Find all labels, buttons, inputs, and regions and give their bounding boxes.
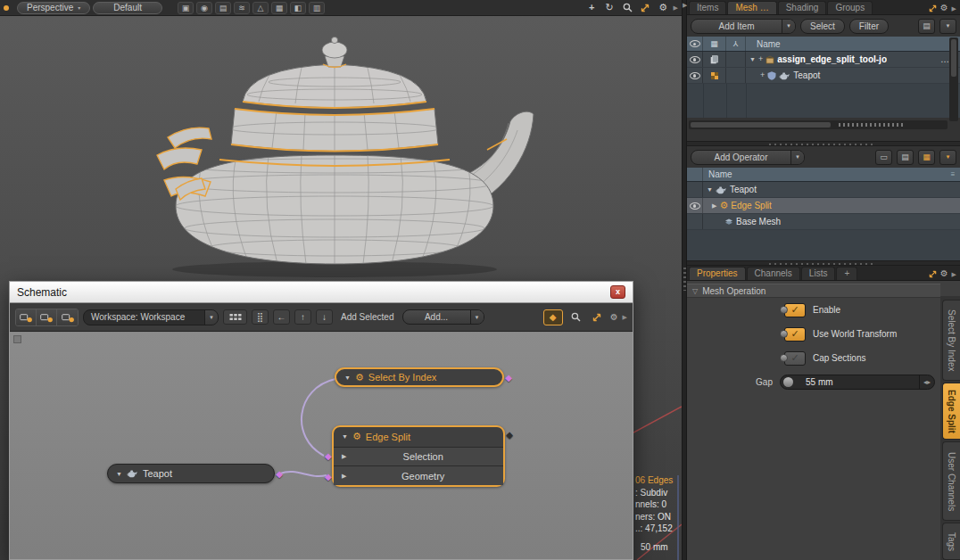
vtab-edge-split[interactable]: Edge Split	[942, 383, 960, 440]
item-row-assembly[interactable]: ▼ + assign_edge_split_tool-jo …	[687, 52, 960, 68]
add-dropdown[interactable]: Add... ▼	[402, 309, 484, 325]
vtab-tags[interactable]: Tags	[942, 523, 960, 560]
ops-row-teapot[interactable]: ▼ Teapot	[687, 182, 960, 198]
scrollbar-thumb[interactable]	[691, 122, 831, 128]
panel-overflow-icon[interactable]: ▶	[623, 314, 627, 320]
perspective-dropdown[interactable]: Perspective ▾	[17, 2, 90, 14]
link-mode-icon[interactable]: ◆	[543, 309, 563, 325]
tab-items[interactable]: Items	[689, 1, 726, 14]
layout-handle-icon[interactable]	[4, 5, 9, 11]
shading-preset-dropdown[interactable]: Default	[93, 2, 162, 14]
pan-icon[interactable]: +	[584, 1, 600, 14]
workspace-caret-icon[interactable]: ▼	[204, 310, 218, 325]
tab-lists[interactable]: Lists	[801, 267, 836, 280]
item-row-teapot[interactable]: + Teapot	[687, 68, 960, 84]
divider-grip[interactable]	[683, 268, 686, 291]
output-pin[interactable]: ◆	[276, 470, 283, 479]
add-item-caret-icon[interactable]: ▼	[782, 20, 795, 33]
list-options-icon[interactable]: ▤	[918, 19, 935, 34]
node-caret-icon[interactable]: ▼	[342, 433, 348, 440]
printer-icon[interactable]: ▤	[215, 2, 231, 14]
node-input-geometry[interactable]: ▶ Geometry	[334, 465, 503, 485]
globe-icon[interactable]: ◉	[196, 2, 212, 14]
align-down-icon[interactable]: ↓	[316, 309, 333, 325]
hatch-icon[interactable]: ≋	[234, 2, 250, 14]
scrollbar-thumb[interactable]	[951, 39, 956, 77]
tab-shading[interactable]: Shading	[778, 1, 827, 14]
output-pin[interactable]: ◆	[505, 374, 512, 383]
cone-icon[interactable]: △	[252, 2, 269, 14]
search-icon[interactable]	[567, 309, 584, 325]
snap-grid-icon[interactable]: ⣿	[252, 309, 269, 325]
add-item-dropdown[interactable]: Add Item ▼	[691, 19, 796, 34]
tab-mesh-ops[interactable]: Mesh …	[727, 1, 776, 14]
input-pin-selection[interactable]: ◆	[325, 452, 332, 461]
add-selected-button[interactable]: Add Selected	[337, 312, 398, 322]
channel-knob[interactable]	[780, 306, 788, 314]
schematic-graph-canvas[interactable]: ▼ ⚙ Select By Index ◆ ▼ ⚙ Edge Split ▶ S…	[10, 333, 633, 559]
add-operator-caret-icon[interactable]: ▼	[790, 151, 804, 164]
node-teapot[interactable]: ▼ Teapot ◆	[107, 464, 275, 483]
tab-properties[interactable]: Properties	[689, 267, 746, 280]
panel-gear-icon[interactable]: ⚙	[940, 4, 948, 12]
align-up-icon[interactable]: ↑	[294, 309, 311, 325]
collapsed-caret-icon[interactable]: ▶	[712, 202, 716, 209]
horizontal-scrollbar[interactable]	[689, 120, 948, 129]
add-channel-node-icon[interactable]	[37, 309, 57, 325]
ops-row-base-mesh[interactable]: Base Mesh	[687, 214, 960, 230]
panel-overflow-icon[interactable]: ▶	[952, 5, 956, 12]
add-caret-icon[interactable]: ▼	[470, 310, 484, 324]
plus-icon[interactable]: +	[758, 55, 763, 63]
node-edge-split[interactable]: ▼ ⚙ Edge Split ▶ Selection ▶ Geometry ◆ …	[332, 425, 505, 487]
viewport-gear-icon[interactable]: ⚙	[656, 1, 671, 14]
rotate-icon[interactable]: ↻	[602, 1, 617, 14]
channel-knob[interactable]	[780, 354, 788, 362]
scrollbar-grip[interactable]	[839, 123, 905, 127]
pages-icon[interactable]: ▥	[309, 2, 325, 14]
expand-caret-icon[interactable]: ▼	[749, 56, 756, 62]
vertical-scrollbar[interactable]	[949, 37, 958, 121]
panel-overflow-icon[interactable]: ▶	[952, 271, 956, 277]
mesh-operation-section-header[interactable]: ▽ Mesh Operation	[687, 284, 940, 298]
panel-gear-icon[interactable]: ⚙	[610, 313, 618, 322]
monitor-icon[interactable]: ▦	[271, 2, 287, 14]
viewport-overflow-icon[interactable]: ▶	[674, 4, 678, 11]
maximize-viewport-icon[interactable]	[638, 1, 653, 14]
input-pin-geometry[interactable]: ◆	[325, 473, 332, 482]
node-input-selection[interactable]: ▶ Selection	[334, 447, 503, 466]
vtab-select-by-index[interactable]: Select By Index	[942, 300, 960, 381]
tab-add[interactable]: +	[836, 267, 857, 280]
tab-channels[interactable]: Channels	[747, 267, 800, 280]
node-select-by-index[interactable]: ▼ ⚙ Select By Index ◆	[335, 367, 504, 387]
add-node-icon[interactable]	[16, 309, 37, 325]
close-icon[interactable]: x	[610, 285, 625, 299]
expand-panel-icon[interactable]	[929, 4, 937, 12]
select-button[interactable]: Select	[800, 19, 845, 34]
channel-knob[interactable]	[780, 330, 788, 338]
ops-filter-icon[interactable]: ▦	[918, 150, 935, 165]
layout-columns-icon[interactable]	[223, 309, 247, 325]
bulb-icon[interactable]: ◧	[290, 2, 306, 14]
plus-icon[interactable]: +	[760, 71, 765, 79]
schematic-titlebar[interactable]: Schematic x	[10, 282, 633, 303]
align-left-icon[interactable]: ←	[273, 309, 290, 325]
list-dropdown-icon[interactable]: ▼	[939, 19, 956, 34]
camera-icon[interactable]: ▣	[178, 2, 194, 14]
filter-button[interactable]: Filter	[849, 19, 889, 34]
node-caret-icon[interactable]: ▼	[116, 471, 122, 477]
vtab-user-channels[interactable]: User Channels	[942, 441, 960, 521]
collapse-icon[interactable]: ▽	[692, 287, 698, 295]
mini-slider-knob[interactable]	[783, 377, 793, 387]
spinner-icon[interactable]: ◂▸	[919, 375, 934, 389]
expand-panel-icon[interactable]	[589, 309, 606, 325]
schematic-window[interactable]: Schematic x Workspace: Workspace ▼ ⣿ ← ↑…	[9, 281, 633, 560]
add-operator-dropdown[interactable]: Add Operator ▼	[691, 150, 805, 165]
panel-gear-icon[interactable]: ⚙	[940, 269, 948, 278]
node-header[interactable]: ▼ ⚙ Edge Split	[334, 427, 503, 447]
node-caret-icon[interactable]: ▼	[344, 375, 351, 381]
eye-icon[interactable]	[690, 202, 700, 210]
zoom-icon[interactable]	[620, 1, 635, 14]
eye-icon[interactable]	[690, 56, 700, 63]
workspace-dropdown[interactable]: Workspace: Workspace ▼	[83, 309, 219, 325]
ops-row-edge-split[interactable]: ▶ ⚙ Edge Split	[687, 198, 960, 214]
